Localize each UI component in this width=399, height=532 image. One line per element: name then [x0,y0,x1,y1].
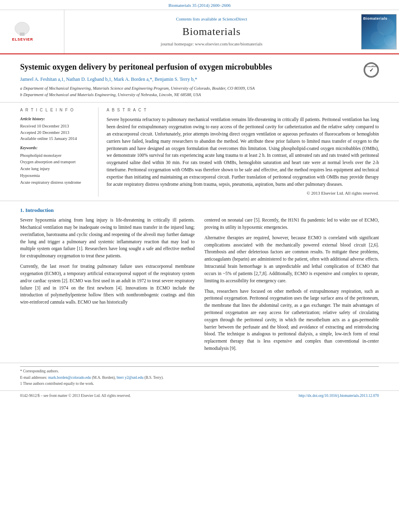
journal-homepage: journal homepage: www.elsevier.com/locat… [161,41,263,47]
svg-point-5 [370,31,385,46]
svg-text:✓: ✓ [369,67,374,73]
bottom-bar: 0142-9612/$ – see front matter © 2013 El… [0,390,399,401]
copyright-line: © 2013 Elsevier Ltd. All rights reserved… [107,190,379,197]
crossmark-area: ✓ CrossMark [364,62,379,78]
doi-link[interactable]: http://dx.doi.org/10.1016/j.biomaterials… [298,393,379,399]
sciencedirect-link[interactable]: ScienceDirect [222,16,247,21]
svg-point-6 [384,35,395,46]
journal-title: Biomaterials [183,24,241,39]
issn-line: 0142-9612/$ – see front matter © 2013 El… [20,393,131,399]
received-date: Received 10 December 2013 [20,123,93,129]
section1-heading: 1. Introduction [20,207,379,214]
body-two-columns: Severe hypoxemia arising from lung injur… [20,217,379,355]
accepted-date: Accepted 20 December 2013 [20,129,93,136]
sciencedirect-line: Contents lists available at ScienceDirec… [176,16,247,23]
article-history-group: Article history: Received 10 December 20… [20,116,93,142]
abstract-text: Severe hypoxemia refractory to pulmonary… [107,116,379,188]
article-title: Systemic oxygen delivery by peritoneal p… [20,62,379,72]
affiliation-a: a Department of Mechanical Engineering, … [20,85,379,92]
email2-suffix: (B.S. Terry). [144,376,164,380]
body-para-right1: centered on neonatal care [5]. Recently,… [204,217,379,231]
email2-link[interactable]: bterr y2@unl.edu [117,376,144,380]
sciencedirect-prefix: Contents lists available at [176,16,221,21]
body-col-left: Severe hypoxemia arising from lung injur… [20,217,195,355]
publisher-logo-area: ELSEVIER [0,10,64,53]
journal-info-center: Contents lists available at ScienceDirec… [64,10,359,53]
keywords-group: Keywords: Phospholipid monolayer Oxygen … [20,145,93,186]
svg-text:CrossMark: CrossMark [365,65,378,68]
article-info-column: A R T I C L E I N F O Article history: R… [20,107,99,197]
email-label: E-mail addresses: [20,376,47,380]
intro-para1: Severe hypoxemia arising from lung injur… [20,217,195,260]
equal-contribution-note: 1 These authors contributed equally to t… [20,381,379,386]
intro-para2: Currently, the last resort for treating … [20,263,195,306]
authors-text: Jameel A. Feshitan a,1, Nathan D. Legban… [20,76,197,82]
article-history-label: Article history: [20,116,93,122]
journal-thumbnail-area: Biomaterials [359,10,399,53]
abstract-heading: A B S T R A C T [107,107,379,113]
keyword-3: Acute lung injury [20,166,93,173]
crossmark-icon: ✓ CrossMark [364,62,379,78]
elsevier-logo-icon: ELSEVIER [10,21,54,43]
email1-suffix: (M.A. Borden), [92,376,115,380]
keyword-1: Phospholipid monolayer [20,152,93,159]
citation-text: Biomaterials 35 (2014) 2600–2606 [169,3,230,8]
body-para-right3: Thus, researchers have focused on other … [204,288,379,352]
email-line: E-mail addresses: mark.borden@colorado.e… [20,375,379,380]
affiliations: a Department of Mechanical Engineering, … [20,85,379,98]
svg-rect-2 [20,33,25,36]
authors-line: Jameel A. Feshitan a,1, Nathan D. Legban… [20,76,379,83]
footer-section: * Corresponding authors. E-mail addresse… [0,363,399,389]
keyword-2: Oxygen absorption and transport [20,159,93,166]
keywords-label: Keywords: [20,145,93,151]
svg-text:ELSEVIER: ELSEVIER [12,37,33,41]
body-para-right2: Alternative therapies are required, howe… [204,234,379,285]
thumbnail-decoration-icon [362,14,397,49]
abstract-column: A B S T R A C T Severe hypoxemia refract… [107,107,379,197]
journal-citation-bar: Biomaterials 35 (2014) 2600–2606 [0,0,399,10]
email1-link[interactable]: mark.borden@colorado.edu [48,376,91,380]
available-date: Available online 15 January 2014 [20,136,93,142]
body-section: 1. Introduction Severe hypoxemia arising… [0,201,399,359]
article-title-section: ✓ CrossMark Systemic oxygen delivery by … [0,54,399,103]
biomaterials-thumbnail: Biomaterials [361,14,397,49]
page: Biomaterials 35 (2014) 2600–2606 ELSEVIE… [0,0,399,532]
affiliation-b: b Department of Mechanical and Materials… [20,92,379,98]
article-info-heading: A R T I C L E I N F O [20,107,93,113]
corresponding-label: * Corresponding authors. [20,369,59,373]
body-col-right: centered on neonatal care [5]. Recently,… [204,217,379,355]
keyword-5: Acute respiratory distress syndrome [20,179,93,186]
article-info-abstract-section: A R T I C L E I N F O Article history: R… [0,103,399,201]
journal-header: ELSEVIER Contents lists available at Sci… [0,10,399,54]
keyword-4: Hypoxemia [20,173,93,179]
corresponding-authors-note: * Corresponding authors. [20,366,379,374]
